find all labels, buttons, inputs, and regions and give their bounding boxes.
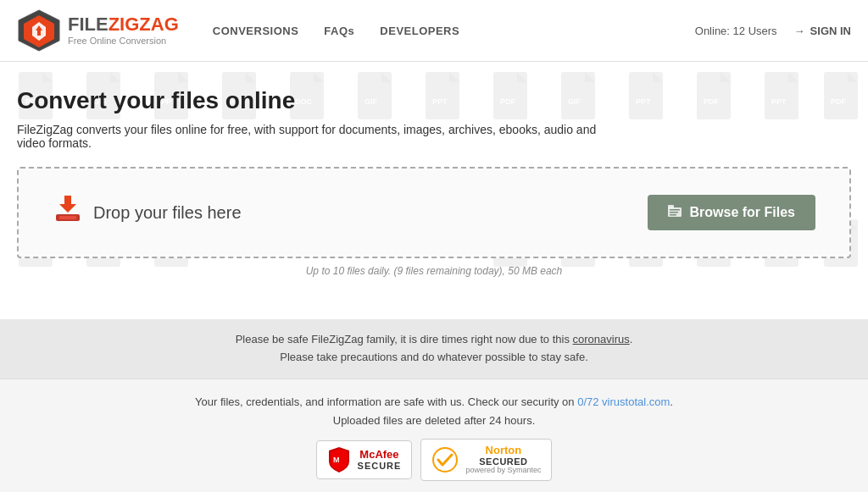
svg-marker-39 xyxy=(848,72,858,82)
logo-zigzag: ZIGZAG xyxy=(108,14,179,35)
svg-marker-12 xyxy=(246,72,256,82)
nav-conversions[interactable]: CONVERSIONS xyxy=(213,25,299,37)
svg-marker-6 xyxy=(110,72,120,82)
coronavirus-link[interactable]: coronavirus xyxy=(573,333,630,346)
hero-content: Convert your files online FileZigZag con… xyxy=(17,87,851,277)
sign-in-icon: → xyxy=(794,25,805,37)
browse-icon xyxy=(668,205,683,220)
covid-alert: Please be safe FileZigZag family, it is … xyxy=(0,319,868,379)
security-message-line: Your files, credentials, and information… xyxy=(17,393,851,412)
svg-marker-27 xyxy=(585,72,595,82)
hero-title: Convert your files online xyxy=(17,87,851,114)
security-message: Your files, credentials, and information… xyxy=(195,395,575,408)
svg-rect-76 xyxy=(670,214,676,216)
browse-label: Browse for Files xyxy=(690,205,795,220)
nav-developers[interactable]: DEVELOPERS xyxy=(380,25,459,37)
drop-left: Drop your files here xyxy=(53,194,242,231)
logo[interactable]: FILEZIGZAG Free Online Conversion xyxy=(17,8,179,53)
svg-rect-69 xyxy=(59,216,76,219)
covid-message: Please be safe FileZigZag family, it is … xyxy=(236,333,570,346)
logo-text: FILEZIGZAG Free Online Conversion xyxy=(68,15,179,46)
svg-marker-18 xyxy=(381,72,392,82)
sign-in-label: SIGN IN xyxy=(810,25,851,37)
header-right: Online: 12 Users → SIGN IN xyxy=(695,25,851,37)
svg-rect-74 xyxy=(670,209,680,211)
logo-file: FILE xyxy=(68,14,108,35)
mcafee-secure: SECURE xyxy=(358,461,402,471)
svg-marker-3 xyxy=(42,72,53,82)
header: FILEZIGZAG Free Online Conversion CONVER… xyxy=(0,0,868,62)
svg-marker-9 xyxy=(178,72,188,82)
delete-message: Uploaded files are deleted after 24 hour… xyxy=(17,412,851,430)
svg-text:M: M xyxy=(333,456,340,464)
drop-text: Drop your files here xyxy=(93,203,242,223)
mcafee-name: McAfee xyxy=(358,449,402,461)
svg-marker-33 xyxy=(721,72,731,82)
drop-limit: Up to 10 files daily. (9 files remaining… xyxy=(17,265,851,277)
logo-icon xyxy=(17,8,61,53)
browse-files-button[interactable]: Browse for Files xyxy=(648,195,815,230)
svg-rect-71 xyxy=(64,196,71,207)
drop-zone[interactable]: Drop your files here Browse for Files xyxy=(17,167,851,258)
mcafee-shield-icon: M xyxy=(327,446,351,473)
norton-symantec: powered by Symantec xyxy=(465,467,541,475)
svg-marker-36 xyxy=(788,72,798,82)
norton-text: Norton SECURED powered by Symantec xyxy=(465,445,541,475)
mcafee-badge: M McAfee SECURE xyxy=(316,440,413,479)
virustotal-link[interactable]: 0/72 virustotal.com xyxy=(577,395,670,408)
sign-in-button[interactable]: → SIGN IN xyxy=(794,25,851,37)
online-users: Online: 12 Users xyxy=(695,25,777,37)
security-badges: M McAfee SECURE Norton SECURED powered b… xyxy=(17,439,851,481)
nav-faqs[interactable]: FAQs xyxy=(324,25,354,37)
svg-marker-30 xyxy=(653,72,663,82)
svg-rect-75 xyxy=(670,212,678,213)
security-bar: Your files, credentials, and information… xyxy=(0,379,868,492)
hero-section: PDF GIF PPT PDF DOC GIF PPT PDF GIF PPT … xyxy=(0,62,868,319)
covid-followup: Please take precautions and do whatever … xyxy=(280,351,588,363)
svg-marker-15 xyxy=(314,72,324,82)
svg-marker-24 xyxy=(517,72,527,82)
covid-period: . xyxy=(630,333,633,346)
norton-name: Norton xyxy=(465,445,541,456)
lower-section: Please be safe FileZigZag family, it is … xyxy=(0,319,868,492)
norton-badge: Norton SECURED powered by Symantec xyxy=(420,439,552,481)
mcafee-text: McAfee SECURE xyxy=(358,449,402,471)
hero-description: FileZigZag converts your files online fo… xyxy=(17,123,610,150)
main-nav: CONVERSIONS FAQs DEVELOPERS xyxy=(213,25,695,37)
security-period: . xyxy=(670,395,673,408)
norton-check-icon xyxy=(431,446,459,473)
svg-rect-73 xyxy=(668,205,674,208)
logo-tagline: Free Online Conversion xyxy=(68,36,179,46)
drop-icon xyxy=(53,194,83,231)
svg-marker-21 xyxy=(449,72,459,82)
